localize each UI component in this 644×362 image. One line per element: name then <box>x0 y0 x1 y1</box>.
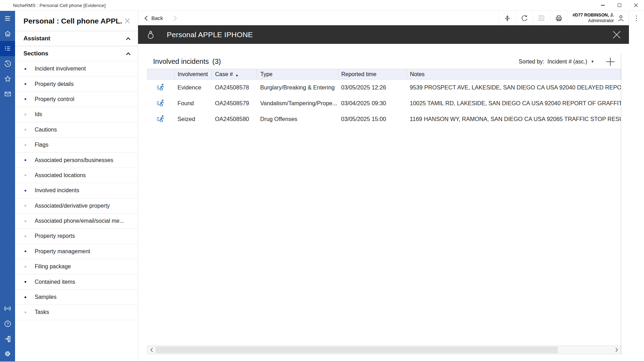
section-item-tasks[interactable]: Tasks <box>15 305 138 320</box>
maximize-icon <box>618 4 621 7</box>
close-window-button[interactable] <box>628 0 644 11</box>
incident-row[interactable]: Seized OA24508580 Drug Offenses 03/05/20… <box>148 111 621 127</box>
kebab-menu-icon: ⋮ <box>633 15 640 21</box>
incident-row[interactable]: Found OA24508579 Vandalism/Tampering/Pro… <box>148 95 621 111</box>
bullet-icon <box>25 83 26 85</box>
broadcast-button[interactable] <box>0 301 15 316</box>
scrollbar-thumb[interactable] <box>156 347 558 353</box>
collapse-button[interactable] <box>499 11 516 25</box>
section-item-label: Samples <box>35 294 56 300</box>
back-button[interactable]: Back <box>144 15 163 21</box>
content-area: Involved incidents (3) Sorted by: Incide… <box>138 44 644 361</box>
close-icon <box>612 30 621 39</box>
panel-close-button[interactable] <box>122 15 133 27</box>
cell-reported-time: 03/04/2025 09:30 <box>338 95 407 111</box>
add-incident-button[interactable] <box>604 55 617 68</box>
bullet-icon <box>25 311 26 313</box>
help-button[interactable]: ? <box>0 316 15 331</box>
settings-button[interactable] <box>0 346 15 361</box>
section-item-cautions[interactable]: Cautions <box>15 122 138 138</box>
bullet-icon <box>25 266 26 268</box>
bullet-icon <box>25 144 26 146</box>
section-item-incident-involvement[interactable]: Incident involvement <box>15 61 138 76</box>
cell-involvement: Found <box>174 95 212 111</box>
sections-label: Sections <box>23 50 48 57</box>
section-item-label: Ids <box>35 111 42 118</box>
column-header-type[interactable]: Type <box>257 69 338 80</box>
column-header-icon[interactable] <box>148 69 174 80</box>
section-item-ids[interactable]: Ids <box>15 107 138 122</box>
incident-icon-cell <box>148 95 174 111</box>
maximize-button[interactable] <box>611 0 628 11</box>
scroll-right-button[interactable] <box>612 346 621 354</box>
column-header-reported-time[interactable]: Reported time <box>338 69 407 80</box>
section-item-property-details[interactable]: Property details <box>15 76 138 92</box>
records-list-button[interactable] <box>0 41 15 56</box>
record-panel: Personal : Cell phone APPL... Assistant … <box>15 11 138 361</box>
mail-icon <box>4 90 12 98</box>
section-item-label: Involved incidents <box>35 187 79 194</box>
section-item-associated-persons[interactable]: Associated persons/businesses <box>15 153 138 168</box>
column-header-case[interactable]: Case #▲ <box>212 69 257 80</box>
column-header-notes[interactable]: Notes <box>407 69 621 80</box>
bullet-icon <box>25 235 26 237</box>
section-item-filing-package[interactable]: Filing package <box>15 259 138 274</box>
section-item-property-control[interactable]: Property control <box>15 92 138 107</box>
section-item-property-reports[interactable]: Property reports <box>15 229 138 244</box>
column-header-involvement[interactable]: Involvement <box>174 69 212 80</box>
section-item-property-management[interactable]: Property management <box>15 244 138 259</box>
sections-group-header[interactable]: Sections <box>15 46 138 61</box>
section-item-associated-phone-email[interactable]: Associated phone/email/social me... <box>15 214 138 229</box>
section-item-associated-derivative-property[interactable]: Associated/derivative property <box>15 199 138 214</box>
history-button[interactable] <box>0 56 15 71</box>
hamburger-icon <box>4 15 11 22</box>
section-item-flags[interactable]: Flags <box>15 138 138 153</box>
section-item-associated-locations[interactable]: Associated locations <box>15 168 138 183</box>
print-button[interactable] <box>550 11 567 25</box>
mail-button[interactable] <box>0 86 15 101</box>
menu-button[interactable] <box>0 11 15 26</box>
logout-button[interactable] <box>0 331 15 346</box>
minimize-button[interactable] <box>595 0 611 11</box>
section-item-label: Cautions <box>35 127 57 133</box>
horizontal-scrollbar[interactable] <box>147 346 621 354</box>
forward-button[interactable] <box>173 15 177 21</box>
cell-reported-time: 03/05/2025 12:26 <box>338 80 407 95</box>
bullet-icon <box>25 205 26 207</box>
case-header-label: Case # <box>215 71 233 77</box>
record-close-button[interactable] <box>609 27 624 42</box>
logout-icon <box>4 335 12 343</box>
scroll-left-button[interactable] <box>148 346 156 354</box>
user-menu-button[interactable]: #D77 ROBINSON, J. Administrator <box>567 11 629 25</box>
history-icon <box>4 60 12 68</box>
section-item-samples[interactable]: Samples <box>15 290 138 305</box>
assistant-label: Assistant <box>23 35 50 42</box>
section-item-contained-items[interactable]: Contained items <box>15 274 138 289</box>
assistant-group-header[interactable]: Assistant <box>15 31 138 46</box>
chevron-up-icon <box>126 50 131 57</box>
records-list-icon <box>4 45 11 52</box>
cell-reported-time: 03/05/2025 15:00 <box>338 111 407 127</box>
bullet-icon <box>25 220 26 222</box>
section-item-label: Contained items <box>35 279 75 285</box>
bullet-icon <box>25 296 26 298</box>
caret-down-icon: ▼ <box>591 60 594 63</box>
toolbar: Back <box>138 11 644 25</box>
bullet-icon <box>25 250 26 252</box>
window-controls <box>595 0 644 11</box>
favorites-button[interactable] <box>0 71 15 86</box>
section-item-involved-incidents[interactable]: Involved incidents <box>15 183 138 198</box>
refresh-icon <box>521 14 528 22</box>
chevron-right-icon <box>173 15 177 21</box>
scrollbar-track[interactable] <box>156 346 612 354</box>
home-button[interactable] <box>0 26 15 41</box>
close-icon <box>124 18 130 24</box>
sorted-by-label: Sorted by: <box>519 59 544 65</box>
property-ring-icon <box>146 30 155 40</box>
save-button[interactable] <box>533 11 550 25</box>
chevron-right-icon <box>615 348 618 352</box>
refresh-button[interactable] <box>516 11 533 25</box>
sort-dropdown[interactable]: Sorted by: Incident # (asc.) ▼ <box>519 59 594 65</box>
overflow-menu-button[interactable]: ⋮ <box>629 11 644 25</box>
incident-row[interactable]: Evidence OA24508578 Burglary/Breaking & … <box>148 80 621 95</box>
